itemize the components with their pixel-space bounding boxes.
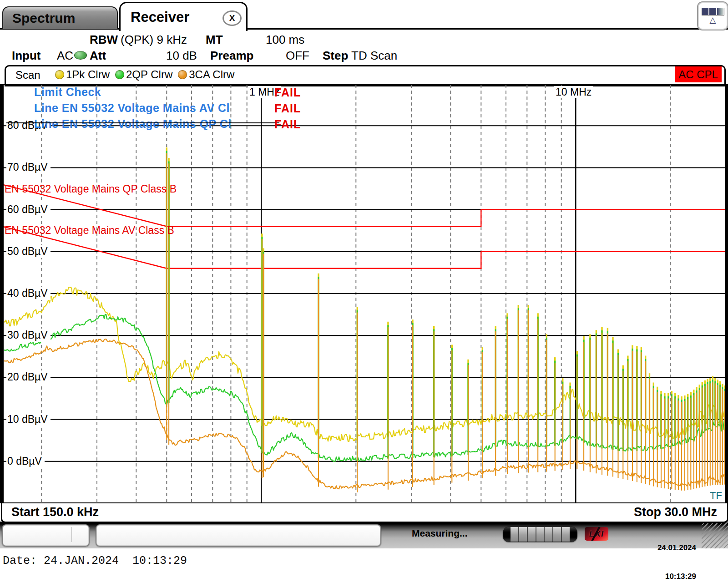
limit-check-result: FAIL bbox=[274, 86, 301, 99]
resize-grip-icon[interactable] bbox=[702, 522, 728, 548]
preamp-value[interactable]: OFF bbox=[286, 49, 309, 63]
y-tick-label: 30 dBµV bbox=[6, 329, 51, 342]
measuring-status: Measuring... bbox=[412, 528, 468, 539]
mt-label[interactable]: MT bbox=[206, 33, 223, 47]
input-value[interactable]: AC bbox=[57, 49, 73, 63]
measurement-progress-bar bbox=[503, 527, 577, 542]
softkey-bar-icon bbox=[702, 8, 724, 15]
scan-header-bar: Scan 1Pk Clrw2QP Clrw3CA Clrw AC CPL bbox=[5, 65, 726, 86]
frequency-range-bar: Start 150.0 kHz Stop 30.0 MHz bbox=[1, 503, 728, 523]
status-bar: Measuring... LXI 24.01.2024 10:13:29 bbox=[0, 522, 728, 548]
qp-limit-line-label: EN 55032 Voltage Mains QP Class B bbox=[5, 183, 177, 195]
display-menu-button[interactable]: △ bbox=[697, 1, 728, 30]
limit-check-line-av: Line EN 55032 Voltage Mains AV Cl bbox=[34, 101, 230, 115]
status-datetime: 24.01.2024 10:13:29 bbox=[657, 524, 696, 588]
legend-trace-label: 2QP Clrw bbox=[126, 68, 172, 81]
att-label[interactable]: Att bbox=[90, 49, 106, 63]
tab-spectrum-label: Spectrum bbox=[12, 10, 75, 26]
legend-trace-2[interactable]: 2QP Clrw bbox=[115, 68, 172, 81]
gridline-80db-overlay bbox=[6, 122, 279, 123]
softkey-field-1[interactable] bbox=[2, 524, 90, 547]
trace-dot-icon bbox=[115, 70, 124, 79]
coupling-badge: AC CPL bbox=[675, 66, 722, 82]
instrument-screen: Spectrum Receiver X △ RBW (QPK) 9 kHz MT… bbox=[0, 0, 728, 588]
trace-dot-icon bbox=[178, 70, 187, 79]
mt-value[interactable]: 100 ms bbox=[266, 33, 304, 47]
legend-trace-1[interactable]: 1Pk Clrw bbox=[55, 68, 110, 81]
y-tick-label: 10 dBµV bbox=[6, 413, 51, 426]
legend-trace-label: 1Pk Clrw bbox=[66, 68, 110, 81]
rbw-label[interactable]: RBW bbox=[90, 33, 118, 47]
input-status-led-icon bbox=[74, 51, 87, 60]
y-tick-label: 70 dBµV bbox=[6, 161, 51, 174]
rbw-value[interactable]: (QPK) 9 kHz bbox=[121, 33, 187, 47]
field-divider bbox=[71, 527, 72, 542]
triangle-icon: △ bbox=[710, 15, 716, 25]
legend-trace-3[interactable]: 3CA Clrw bbox=[178, 68, 234, 81]
limit-av-result: FAIL bbox=[274, 102, 301, 115]
lxi-icon: LXI bbox=[585, 527, 608, 541]
step-value[interactable]: TD Scan bbox=[351, 49, 397, 63]
trace-dot-icon bbox=[55, 70, 64, 79]
hardcopy-date-line: Date: 24.JAN.2024 10:13:29 bbox=[3, 554, 187, 568]
input-label[interactable]: Input bbox=[12, 49, 41, 63]
tab-receiver[interactable]: Receiver X bbox=[119, 2, 248, 31]
y-tick-label: 60 dBµV bbox=[6, 203, 51, 216]
start-frequency[interactable]: Start 150.0 kHz bbox=[11, 505, 99, 519]
y-tick-label: 20 dBµV bbox=[6, 370, 51, 384]
marker-10mhz-label: 10 MHz bbox=[554, 86, 593, 98]
close-icon[interactable]: X bbox=[222, 10, 242, 26]
tab-spectrum[interactable]: Spectrum bbox=[2, 6, 118, 29]
limit-check-line-qp: Line EN 55032 Voltage Mains QP Cl bbox=[34, 117, 232, 131]
y-tick-label: 50 dBµV bbox=[6, 245, 51, 258]
y-tick-label: 40 dBµV bbox=[6, 287, 51, 300]
limit-check-title: Limit Check bbox=[34, 86, 101, 99]
progress-left-cap bbox=[503, 527, 511, 542]
trace-legend: 1Pk Clrw2QP Clrw3CA Clrw bbox=[55, 66, 240, 82]
att-value[interactable]: 10 dB bbox=[166, 49, 197, 63]
limit-qp-result: FAIL bbox=[274, 118, 301, 131]
status-date: 24.01.2024 bbox=[657, 543, 696, 553]
tf-indicator: TF bbox=[710, 490, 722, 502]
progress-segments bbox=[511, 527, 570, 542]
softkey-field-2[interactable] bbox=[96, 524, 381, 547]
scan-label: Scan bbox=[15, 69, 40, 81]
preamp-label[interactable]: Preamp bbox=[210, 49, 253, 63]
progress-right-cap bbox=[570, 527, 577, 542]
legend-trace-label: 3CA Clrw bbox=[189, 68, 234, 81]
av-limit-line-label: EN 55032 Voltage Mains AV Class B bbox=[5, 224, 174, 237]
spectrum-plot[interactable] bbox=[0, 0, 728, 588]
stop-frequency[interactable]: Stop 30.0 MHz bbox=[634, 505, 717, 519]
tab-receiver-label: Receiver bbox=[131, 9, 189, 25]
step-label[interactable]: Step bbox=[323, 49, 348, 63]
y-tick-label: 0 dBµV bbox=[6, 455, 45, 468]
status-time: 10:13:29 bbox=[657, 572, 696, 581]
